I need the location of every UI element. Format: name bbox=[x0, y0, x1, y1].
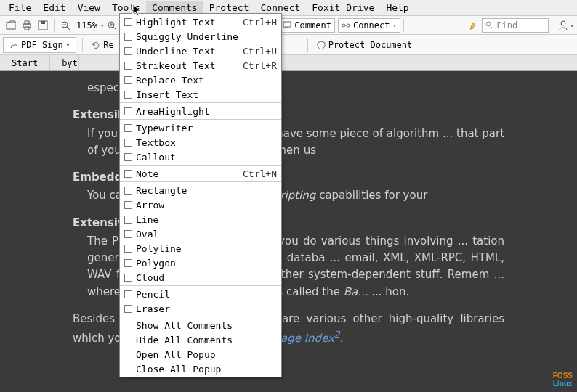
print-icon[interactable] bbox=[19, 17, 35, 33]
menu-item-label: Eraser bbox=[136, 303, 277, 314]
menu-item-replace-text[interactable]: Replace Text bbox=[120, 73, 281, 87]
menu-item-eraser[interactable]: Eraser bbox=[120, 301, 281, 316]
checkbox-icon bbox=[124, 216, 132, 224]
checkbox-icon bbox=[124, 33, 132, 41]
svg-rect-0 bbox=[7, 23, 15, 29]
menu-item-label: Pencil bbox=[136, 289, 277, 300]
protect-doc-button[interactable]: Protect Document bbox=[311, 37, 419, 53]
menu-separator bbox=[120, 119, 281, 120]
footnote-ref[interactable]: 2 bbox=[334, 329, 340, 340]
menu-foxitdrive[interactable]: Foxit Drive bbox=[306, 1, 380, 15]
menu-item-oval[interactable]: Oval bbox=[120, 226, 281, 241]
menu-separator bbox=[120, 165, 281, 166]
menu-item-strikeout-text[interactable]: Strikeout TextCtrl+R bbox=[120, 58, 281, 73]
re-label: Re bbox=[103, 40, 113, 50]
menu-edit[interactable]: Edit bbox=[37, 1, 71, 15]
menu-item-show-all-comments[interactable]: Show All Comments bbox=[120, 318, 281, 332]
svg-point-15 bbox=[347, 24, 350, 27]
open-icon[interactable] bbox=[3, 17, 19, 33]
svg-rect-5 bbox=[41, 21, 45, 24]
checkbox-icon bbox=[124, 201, 132, 209]
menu-view[interactable]: View bbox=[72, 1, 106, 15]
menu-item-polyline[interactable]: Polyline bbox=[120, 241, 281, 256]
menu-separator bbox=[120, 181, 281, 182]
menu-item-close-all-popup[interactable]: Close All Popup bbox=[120, 362, 281, 376]
comment-label: Comment bbox=[294, 20, 331, 30]
menu-item-polygon[interactable]: Polygon bbox=[120, 256, 281, 270]
menu-item-label: Underline Text bbox=[136, 46, 243, 57]
user-menu[interactable]: ▾ bbox=[558, 20, 574, 30]
secondary-toolbar: PDF Sign ▾ Re Protect Document bbox=[0, 35, 577, 55]
checkbox-icon bbox=[124, 62, 132, 70]
menu-item-cloud[interactable]: Cloud bbox=[120, 270, 281, 285]
menu-item-textbox[interactable]: Textbox bbox=[120, 135, 281, 150]
checkbox-icon bbox=[124, 305, 132, 313]
menu-item-insert-text[interactable]: Insert Text bbox=[120, 87, 281, 102]
menu-item-open-all-popup[interactable]: Open All Popup bbox=[120, 347, 281, 362]
svg-point-19 bbox=[561, 21, 565, 25]
menu-item-squiggly-underline[interactable]: Squiggly Underline bbox=[120, 29, 281, 44]
checkbox-icon bbox=[124, 245, 132, 253]
menu-item-underline-text[interactable]: Underline TextCtrl+U bbox=[120, 44, 281, 58]
connect-label: Connect bbox=[353, 20, 390, 30]
checkbox-icon bbox=[124, 76, 132, 84]
re-button[interactable]: Re bbox=[86, 37, 119, 53]
menu-file[interactable]: File bbox=[3, 1, 37, 15]
svg-line-18 bbox=[491, 26, 493, 28]
menu-item-label: Oval bbox=[136, 229, 277, 240]
menu-item-label: Typewriter bbox=[136, 123, 277, 134]
menu-item-note[interactable]: NoteCtrl+N bbox=[120, 166, 281, 181]
protect-doc-label: Protect Document bbox=[328, 40, 413, 50]
menu-item-hide-all-comments[interactable]: Hide All Comments bbox=[120, 332, 281, 347]
connect-icon bbox=[342, 21, 350, 30]
menu-item-label: Replace Text bbox=[136, 75, 277, 86]
menu-help[interactable]: Help bbox=[380, 1, 414, 15]
document-view[interactable]: especially ... ges like C++ or Java. Ext… bbox=[0, 71, 577, 392]
checkbox-icon bbox=[124, 107, 132, 115]
svg-point-17 bbox=[486, 22, 491, 26]
menu-item-pencil[interactable]: Pencil bbox=[120, 287, 281, 301]
tab-start[interactable]: Start bbox=[0, 55, 50, 70]
menu-item-highlight-text[interactable]: Highlight TextCtrl+H bbox=[120, 15, 281, 29]
menu-separator bbox=[120, 317, 281, 317]
svg-point-14 bbox=[342, 24, 345, 27]
checkbox-icon bbox=[124, 187, 132, 195]
separator bbox=[307, 38, 308, 52]
menu-item-label: Show All Comments bbox=[136, 320, 277, 331]
menu-item-line[interactable]: Line bbox=[120, 212, 281, 226]
menu-item-label: AreaHighlight bbox=[136, 106, 277, 117]
find-placeholder: Find bbox=[496, 20, 517, 30]
menu-item-arrow[interactable]: Arrow bbox=[120, 197, 281, 212]
zoom-in-icon[interactable] bbox=[104, 17, 120, 33]
comment-button[interactable]: Comment bbox=[279, 18, 335, 33]
menu-item-label: Open All Popup bbox=[136, 349, 277, 360]
menu-item-label: Textbox bbox=[136, 137, 277, 148]
menu-item-callout[interactable]: Callout bbox=[120, 150, 281, 164]
refresh-icon bbox=[92, 41, 100, 49]
menu-item-rectangle[interactable]: Rectangle bbox=[120, 183, 281, 197]
search-icon bbox=[485, 21, 493, 29]
tab-bar: Start byte... bbox=[0, 55, 577, 71]
menu-item-label: Strikeout Text bbox=[136, 60, 243, 71]
menu-separator bbox=[120, 102, 281, 103]
save-icon[interactable] bbox=[35, 17, 51, 33]
checkbox-icon bbox=[124, 274, 132, 282]
connect-button[interactable]: Connect ▾ bbox=[338, 18, 400, 33]
svg-line-7 bbox=[67, 27, 70, 30]
highlighter-icon[interactable] bbox=[466, 17, 482, 33]
menu-item-areahighlight[interactable]: AreaHighlight bbox=[120, 104, 281, 118]
menu-item-label: Hide All Comments bbox=[136, 335, 277, 346]
zoom-out-icon[interactable] bbox=[57, 17, 73, 33]
menu-item-label: Callout bbox=[136, 152, 277, 163]
menu-item-label: Close All Popup bbox=[136, 364, 277, 375]
checkbox-icon bbox=[124, 230, 132, 238]
checkbox-icon bbox=[124, 47, 132, 55]
menu-shortcut: Ctrl+R bbox=[243, 60, 277, 71]
pdf-sign-button[interactable]: PDF Sign ▾ bbox=[3, 37, 76, 53]
tab-document[interactable]: byte... bbox=[50, 55, 79, 70]
menu-item-typewriter[interactable]: Typewriter bbox=[120, 121, 281, 135]
zoom-value[interactable]: 115% bbox=[73, 20, 100, 30]
menu-item-label: Note bbox=[136, 168, 243, 179]
separator bbox=[403, 19, 404, 32]
find-input[interactable]: Find bbox=[482, 18, 548, 33]
